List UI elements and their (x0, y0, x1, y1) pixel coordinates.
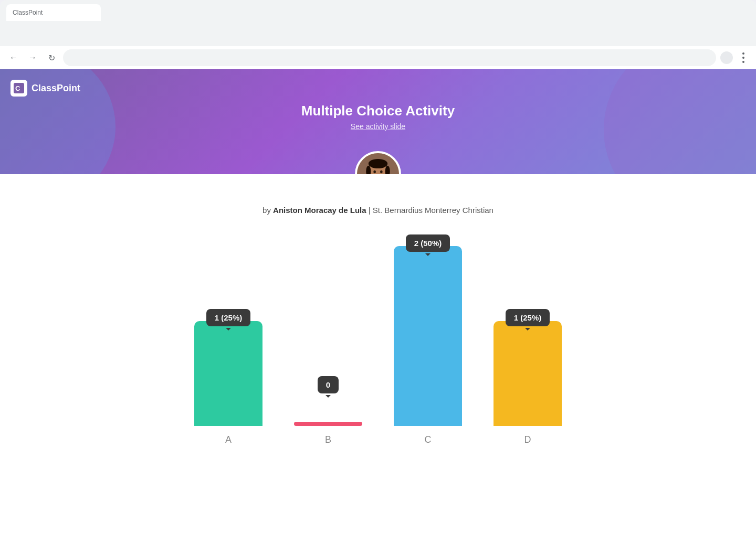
avatar (355, 151, 401, 174)
bar-d (494, 321, 562, 426)
tooltip-d: 1 (25%) (506, 309, 550, 326)
author-separator: | (369, 206, 371, 215)
bar-label-c: C (425, 434, 432, 445)
bar-group-b: 0 B (294, 246, 362, 445)
svg-point-9 (373, 170, 376, 173)
tooltip-a: 1 (25%) (206, 309, 251, 326)
page-content: C ClassPoint Multiple Choice Activity Se… (0, 69, 756, 544)
forward-button[interactable]: → (25, 50, 40, 65)
svg-point-6 (369, 159, 387, 168)
menu-button[interactable] (737, 51, 750, 64)
bar-group-a: 1 (25%) A (194, 246, 262, 445)
bar-label-a: A (225, 434, 232, 445)
bar-a (194, 321, 262, 426)
chart-section: 1 (25%) A 0 B 2 (50%) C 1 (25%) D (0, 225, 756, 487)
logo-icon: C (10, 80, 27, 97)
author-name: Aniston Moracay de Lula (273, 206, 366, 215)
svg-point-10 (380, 170, 383, 173)
back-button[interactable]: ← (6, 50, 21, 65)
chart-container: 1 (25%) A 0 B 2 (50%) C 1 (25%) D (194, 236, 562, 466)
tooltip-b: 0 (318, 376, 339, 393)
bar-c (394, 246, 462, 426)
browser-toolbar: ← → ↻ (0, 46, 756, 69)
bar-group-d: 1 (25%) D (494, 246, 562, 445)
page-title: Multiple Choice Activity (301, 103, 455, 119)
logo-text: ClassPoint (32, 83, 80, 94)
refresh-button[interactable]: ↻ (44, 50, 59, 65)
browser-tab: ClassPoint (6, 4, 101, 21)
bar-label-b: B (325, 434, 331, 445)
browser-chrome: ClassPoint (0, 0, 756, 46)
tab-label: ClassPoint (13, 9, 43, 16)
classpoint-logo: C ClassPoint (10, 80, 80, 97)
author-section: by Aniston Moracay de Lula | St. Bernard… (0, 174, 756, 225)
address-bar[interactable] (63, 49, 716, 66)
bar-label-d: D (524, 434, 531, 445)
see-activity-link[interactable]: See activity slide (351, 122, 405, 131)
header-banner: C ClassPoint Multiple Choice Activity Se… (0, 69, 756, 174)
by-label: by (262, 206, 271, 215)
bar-b (294, 422, 362, 426)
author-institution: St. Bernardius Monterrey Christian (373, 206, 494, 215)
profile-icon (720, 51, 733, 64)
avatar-container (355, 151, 401, 174)
bar-group-c: 2 (50%) C (394, 246, 462, 445)
tooltip-c: 2 (50%) (406, 234, 450, 252)
svg-text:C: C (15, 84, 20, 92)
